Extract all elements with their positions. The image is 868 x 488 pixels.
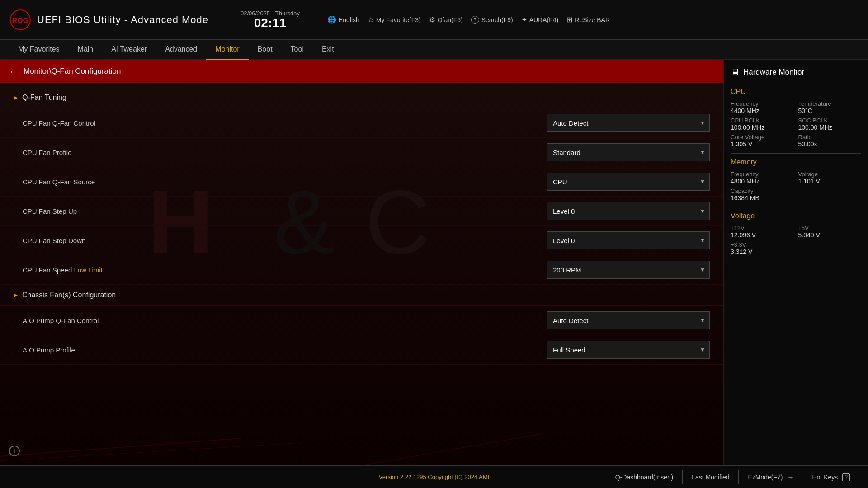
sidebar-title: 🖥 Hardware Monitor (731, 67, 861, 81)
dropdown-cpu-fan-step-down[interactable]: Level 0 Level 1 Level 2 Level 3 (547, 231, 710, 249)
breadcrumb-path: Monitor\Q-Fan Configuration (24, 67, 121, 76)
nav-item-exit[interactable]: Exit (313, 39, 343, 60)
arrow-right-icon: → (788, 474, 794, 481)
nav-item-advanced[interactable]: Advanced (156, 39, 206, 60)
setting-row-aio-pump-profile: AIO Pump Profile Full Speed Standard Sil… (0, 335, 723, 365)
setting-row-cpu-fan-qfan-control: CPU Fan Q-Fan Control Auto Detect DC Mod… (0, 108, 723, 138)
hw-v33-group: +3.3V 3.312 V (731, 241, 794, 255)
breadcrumb-bar: ← Monitor\Q-Fan Configuration (0, 60, 723, 83)
info-icon: i (9, 446, 20, 456)
tool-search-label: Search(F9) (481, 16, 513, 23)
section-label-chassis: Chassis Fan(s) Configuration (22, 291, 116, 299)
breadcrumb-back-button[interactable]: ← (9, 66, 18, 77)
hw-v33-label: +3.3V (731, 241, 794, 248)
setting-label-cpu-fan-qfan-source: CPU Fan Q-Fan Source (23, 178, 547, 186)
header-divider-2 (318, 11, 318, 29)
dropdown-aio-pump-qfan-control[interactable]: Auto Detect DC Mode PWM Mode (547, 311, 710, 329)
hw-mem-capacity-label: Capacity (731, 188, 794, 194)
footer-last-modified-button[interactable]: Last Modified (682, 470, 738, 484)
footer-ezmode-button[interactable]: EzMode(F7) → (738, 470, 802, 484)
hw-soc-bclk-value: 100.00 MHz (798, 124, 862, 131)
setting-label-cpu-fan-step-up: CPU Fan Step Up (23, 207, 547, 215)
hw-soc-bclk-group: SOC BCLK 100.00 MHz (798, 117, 862, 131)
section-arrow-qfan: ▶ (14, 94, 18, 101)
hw-cpu-temp-label: Temperature (798, 100, 862, 107)
header-divider (231, 11, 231, 29)
footer-hotkeys-button[interactable]: Hot Keys ? (803, 469, 859, 485)
tool-qfan[interactable]: ⚙ Qfan(F6) (429, 15, 463, 24)
hw-mem-voltage-group: Voltage 1.101 V (798, 171, 862, 185)
hw-v5-label: +5V (798, 225, 862, 231)
section-qfan-tuning[interactable]: ▶ Q-Fan Tuning (0, 87, 723, 108)
hw-core-voltage-group: Core Voltage 1.305 V (731, 134, 794, 148)
hw-ratio-label: Ratio (798, 134, 862, 141)
footer-version: Version 2.22.1295 Copyright (C) 2024 AMI (379, 474, 489, 480)
hardware-monitor-icon: 🖥 (731, 67, 740, 77)
nav-item-main[interactable]: Main (69, 39, 103, 60)
time-display: 02:11 (254, 17, 287, 29)
hardware-monitor-title: Hardware Monitor (743, 68, 804, 77)
hw-v12-value: 12.096 V (731, 231, 794, 239)
svg-line-6 (0, 438, 241, 456)
hw-cpu-freq-label: Frequency (731, 100, 794, 107)
footer-buttons: Q-Dashboard(Insert) Last Modified EzMode… (606, 469, 859, 485)
hw-core-voltage-value: 1.305 V (731, 141, 794, 148)
info-area: i (9, 446, 20, 456)
setting-label-aio-pump-qfan-control: AIO Pump Q-Fan Control (23, 317, 547, 324)
tool-favorites[interactable]: ☆ My Favorite(F3) (368, 15, 421, 24)
hw-ratio-value: 50.00x (798, 141, 862, 148)
setting-label-cpu-fan-speed-low-limit: CPU Fan Speed Low Limit (23, 266, 547, 274)
tool-language[interactable]: 🌐 English (327, 15, 359, 24)
main-layout: H & C ← Monitor\Q-Fan Configuration ▶ Q-… (0, 60, 868, 465)
tool-qfan-label: Qfan(F6) (438, 16, 463, 23)
dropdown-cpu-fan-qfan-control[interactable]: Auto Detect DC Mode PWM Mode (547, 114, 710, 132)
footer-qdashboard-button[interactable]: Q-Dashboard(Insert) (606, 470, 682, 484)
dropdown-wrapper-cpu-fan-profile: Standard Silent Turbo Full Speed Manual … (547, 143, 710, 161)
svg-line-8 (362, 434, 542, 465)
dropdown-wrapper-cpu-fan-qfan-source: CPU MB VRM MOS PCH ▼ (547, 173, 710, 191)
language-icon: 🌐 (327, 15, 336, 24)
section-chassis-fan[interactable]: ▶ Chassis Fan(s) Configuration (0, 285, 723, 306)
nav-item-tool[interactable]: Tool (282, 39, 313, 60)
hw-v12-label: +12V (731, 225, 794, 231)
hw-ratio-group: Ratio 50.00x (798, 134, 862, 148)
tool-search[interactable]: ? Search(F9) (471, 16, 513, 24)
hw-mem-freq-group: Frequency 4800 MHz (731, 171, 794, 185)
nav-item-ai-tweaker[interactable]: Ai Tweaker (102, 39, 156, 60)
nav-item-boot[interactable]: Boot (249, 39, 282, 60)
nav-item-favorites[interactable]: My Favorites (9, 39, 69, 60)
tool-favorites-label: My Favorite(F3) (376, 16, 421, 23)
hw-memory-grid: Frequency 4800 MHz Voltage 1.101 V Capac… (731, 171, 861, 202)
navbar: My Favorites Main Ai Tweaker Advanced Mo… (0, 40, 868, 60)
setting-row-aio-pump-qfan-control: AIO Pump Q-Fan Control Auto Detect DC Mo… (0, 306, 723, 335)
hw-voltage-title: Voltage (731, 212, 861, 220)
hw-soc-bclk-label: SOC BCLK (798, 117, 862, 124)
hw-voltage-grid: +12V 12.096 V +5V 5.040 V +3.3V 3.312 V (731, 225, 861, 255)
setting-row-cpu-fan-profile: CPU Fan Profile Standard Silent Turbo Fu… (0, 138, 723, 167)
hw-cpu-grid: Frequency 4400 MHz Temperature 50°C CPU … (731, 100, 861, 148)
section-arrow-chassis: ▶ (14, 292, 18, 298)
question-icon: ? (842, 473, 850, 481)
dropdown-aio-pump-profile[interactable]: Full Speed Standard Silent (547, 341, 710, 359)
tool-aura-label: AURA(F4) (529, 16, 559, 23)
dropdown-cpu-fan-qfan-source[interactable]: CPU MB VRM MOS PCH (547, 173, 710, 191)
dropdown-cpu-fan-step-up[interactable]: Level 0 Level 1 Level 2 Level 3 (547, 202, 710, 220)
dropdown-cpu-fan-speed-low-limit[interactable]: 200 RPM 300 RPM 400 RPM 500 RPM (547, 261, 710, 279)
dropdown-cpu-fan-profile[interactable]: Standard Silent Turbo Full Speed Manual (547, 143, 710, 161)
hw-cpu-bclk-value: 100.00 MHz (731, 124, 794, 131)
nav-item-monitor[interactable]: Monitor (206, 39, 248, 60)
right-sidebar: 🖥 Hardware Monitor CPU Frequency 4400 MH… (723, 60, 868, 465)
setting-row-cpu-fan-qfan-source: CPU Fan Q-Fan Source CPU MB VRM MOS PCH … (0, 167, 723, 197)
setting-label-aio-pump-profile: AIO Pump Profile (23, 346, 547, 354)
hw-core-voltage-label: Core Voltage (731, 134, 794, 141)
tool-rebar[interactable]: ⊞ ReSize BAR (566, 15, 610, 24)
favorites-icon: ☆ (368, 15, 374, 24)
rebar-icon: ⊞ (566, 15, 572, 24)
setting-label-cpu-fan-profile: CPU Fan Profile (23, 149, 547, 156)
hw-mem-voltage-label: Voltage (798, 171, 862, 178)
hw-cpu-temp-group: Temperature 50°C (798, 100, 862, 114)
hw-divider-1 (731, 153, 861, 154)
tool-aura[interactable]: ✦ AURA(F4) (521, 15, 559, 24)
dropdown-wrapper-cpu-fan-step-down: Level 0 Level 1 Level 2 Level 3 ▼ (547, 231, 710, 249)
hw-cpu-temp-value: 50°C (798, 107, 862, 114)
